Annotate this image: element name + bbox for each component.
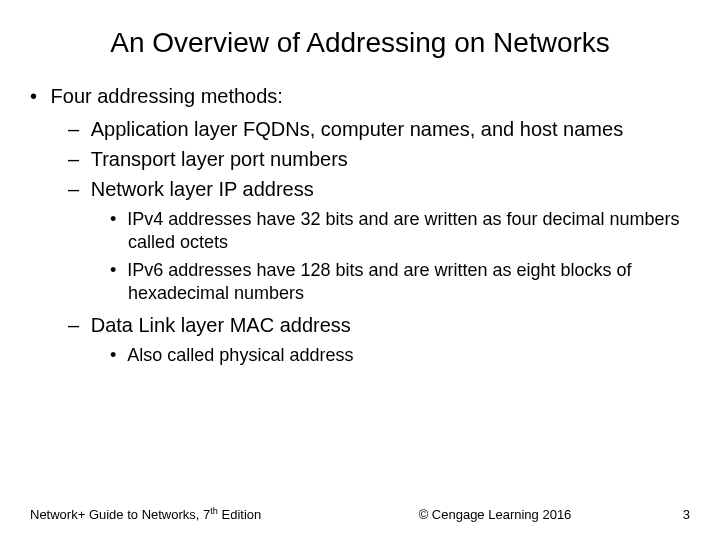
footer-source: Network+ Guide to Networks, 7th Edition xyxy=(30,506,340,522)
intro-text: Four addressing methods: xyxy=(51,85,283,107)
sub-item: IPv6 addresses have 128 bits and are wri… xyxy=(128,259,690,306)
slide-footer: Network+ Guide to Networks, 7th Edition … xyxy=(30,495,690,522)
slide-content: Four addressing methods: Application lay… xyxy=(30,85,690,367)
slide-title: An Overview of Addressing on Networks xyxy=(30,25,690,60)
page-number: 3 xyxy=(650,507,690,522)
footer-source-suffix: Edition xyxy=(218,507,261,522)
sub-item: Also called physical address xyxy=(128,344,690,367)
footer-source-sup: th xyxy=(210,506,218,516)
sub-item: IPv4 addresses have 32 bits and are writ… xyxy=(128,208,690,255)
method-text: Network layer IP address xyxy=(91,178,314,200)
method-text: Data Link layer MAC address xyxy=(91,314,351,336)
method-item: Data Link layer MAC address Also called … xyxy=(90,312,690,367)
method-item: Transport layer port numbers xyxy=(90,146,690,172)
method-item: Application layer FQDNs, computer names,… xyxy=(90,116,690,142)
method-item: Network layer IP address IPv4 addresses … xyxy=(90,176,690,306)
footer-copyright: © Cengage Learning 2016 xyxy=(340,495,650,522)
footer-source-prefix: Network+ Guide to Networks, 7 xyxy=(30,507,210,522)
intro-bullet: Four addressing methods: Application lay… xyxy=(48,85,690,367)
